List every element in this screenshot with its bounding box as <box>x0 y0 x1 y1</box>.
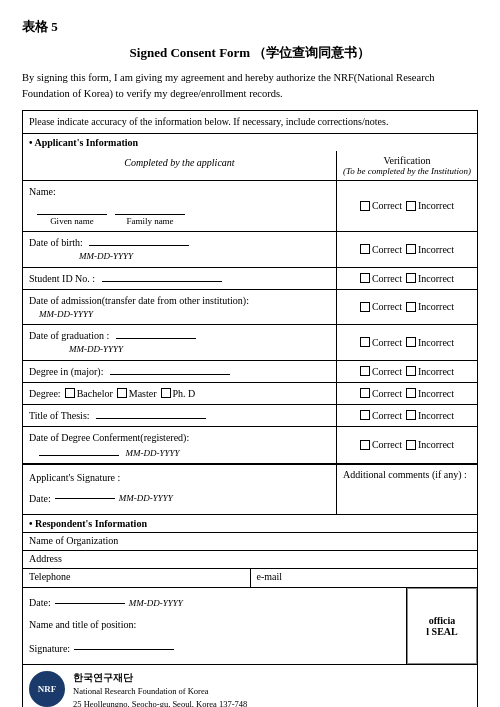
incorrect-box-sid[interactable] <box>406 273 416 283</box>
family-name-field: Family name <box>115 201 185 229</box>
correct-checkbox-thesis[interactable]: Correct <box>360 410 402 421</box>
given-name-field: Given name <box>37 201 107 229</box>
correct-box-degree[interactable] <box>360 388 370 398</box>
incorrect-box-dob[interactable] <box>406 244 416 254</box>
incorrect-box-thesis[interactable] <box>406 410 416 420</box>
phd-checkbox[interactable]: Ph. D <box>161 386 196 401</box>
correct-box-grad[interactable] <box>360 337 370 347</box>
bottom-sig-line <box>74 649 174 650</box>
row-left-name: Name: Given name Family name <box>23 181 337 232</box>
correct-box-conferment[interactable] <box>360 440 370 450</box>
correct-checkbox-conferment[interactable]: Correct <box>360 439 402 450</box>
incorrect-box-conferment[interactable] <box>406 440 416 450</box>
correct-checkbox-sid[interactable]: Correct <box>360 273 402 284</box>
major-label: Degree in (major): <box>29 366 103 377</box>
incorrect-box-major[interactable] <box>406 366 416 376</box>
sig-label: Applicant's Signature : <box>29 469 330 486</box>
row-right-graduation: Correct Incorrect <box>337 325 477 360</box>
thesis-label: Title of Thesis: <box>29 410 90 421</box>
bachelor-checkbox[interactable]: Bachelor <box>65 386 113 401</box>
official-seal-line1: officia <box>429 615 456 626</box>
admission-label: Date of admission(transfer date from oth… <box>29 295 249 306</box>
correct-label-dob: Correct <box>372 244 402 255</box>
form-row-dob: Date of birth: MM-DD-YYYY Correct Incorr… <box>23 232 477 268</box>
incorrect-checkbox-grad[interactable]: Incorrect <box>406 337 454 348</box>
incorrect-box-name[interactable] <box>406 201 416 211</box>
respondent-header: • Respondent's Information <box>23 515 477 533</box>
nrf-address: 25 Heolleungno, Seocho-gu, Seoul, Korea … <box>73 698 247 707</box>
nrf-org-en: National Research Foundation of Korea <box>73 685 247 698</box>
correct-label-degree: Correct <box>372 388 402 399</box>
bottom-left: Date: MM-DD-YYYY Name and title of posit… <box>23 588 407 664</box>
date-format: MM-DD-YYYY <box>119 491 173 506</box>
bottom-position-row: Name and title of position: <box>29 616 400 634</box>
incorrect-box-degree[interactable] <box>406 388 416 398</box>
correct-box-thesis[interactable] <box>360 410 370 420</box>
incorrect-box-admission[interactable] <box>406 302 416 312</box>
form-title: Signed Consent Form （学位查询同意书） <box>22 44 478 62</box>
resp-email: e-mail <box>251 569 478 587</box>
master-checkbox[interactable]: Master <box>117 386 157 401</box>
form-row-admission: Date of admission(transfer date from oth… <box>23 290 477 326</box>
row-left-degree: Degree: Bachelor Master Ph. D <box>23 383 337 404</box>
correct-checkbox-name[interactable]: Correct <box>360 200 402 211</box>
row-left-major: Degree in (major): <box>23 361 337 382</box>
incorrect-checkbox-admission[interactable]: Incorrect <box>406 301 454 312</box>
row-left-conferment: Date of Degree Conferment(registered): M… <box>23 427 337 464</box>
note-row: Please indicate accuracy of the informat… <box>23 111 477 134</box>
incorrect-checkbox-dob[interactable]: Incorrect <box>406 244 454 255</box>
date-label: Date: <box>29 490 51 507</box>
bachelor-box[interactable] <box>65 388 75 398</box>
phd-label: Ph. D <box>173 386 196 401</box>
thesis-line <box>96 418 206 419</box>
incorrect-label-thesis: Incorrect <box>418 410 454 421</box>
bottom-date-line <box>55 603 125 604</box>
graduation-line <box>116 338 196 339</box>
incorrect-checkbox-sid[interactable]: Incorrect <box>406 273 454 284</box>
degree-label: Degree: <box>29 386 61 401</box>
nrf-section: NRF 한국연구재단 National Research Foundation … <box>23 664 477 707</box>
master-box[interactable] <box>117 388 127 398</box>
correct-label-conferment: Correct <box>372 439 402 450</box>
incorrect-box-grad[interactable] <box>406 337 416 347</box>
incorrect-checkbox-thesis[interactable]: Incorrect <box>406 410 454 421</box>
conferment-label: Date of Degree Conferment(registered): <box>29 432 189 443</box>
correct-label-major: Correct <box>372 366 402 377</box>
correct-box-admission[interactable] <box>360 302 370 312</box>
correct-checkbox-major[interactable]: Correct <box>360 366 402 377</box>
name-fields: Given name Family name <box>37 201 330 229</box>
page-title: 表格 5 <box>22 18 478 36</box>
correct-checkbox-dob[interactable]: Correct <box>360 244 402 255</box>
nrf-logo: NRF <box>29 671 65 707</box>
correct-box-dob[interactable] <box>360 244 370 254</box>
bottom-date-format: MM-DD-YYYY <box>129 595 183 611</box>
phd-box[interactable] <box>161 388 171 398</box>
correct-checkbox-grad[interactable]: Correct <box>360 337 402 348</box>
row-right-sid: Correct Incorrect <box>337 268 477 289</box>
col-applicant-header: Completed by the applicant <box>23 151 337 180</box>
incorrect-checkbox-major[interactable]: Incorrect <box>406 366 454 377</box>
correct-box-major[interactable] <box>360 366 370 376</box>
incorrect-checkbox-degree[interactable]: Incorrect <box>406 388 454 399</box>
correct-checkbox-degree[interactable]: Correct <box>360 388 402 399</box>
correct-box-name[interactable] <box>360 201 370 211</box>
official-seal-box: officia l SEAL <box>407 588 477 664</box>
correct-checkbox-admission[interactable]: Correct <box>360 301 402 312</box>
resp-row-org: Name of Organization <box>23 533 477 551</box>
form-row-degree: Degree: Bachelor Master Ph. D Correct <box>23 383 477 405</box>
correct-box-sid[interactable] <box>360 273 370 283</box>
incorrect-checkbox-conferment[interactable]: Incorrect <box>406 439 454 450</box>
dob-format: MM-DD-YYYY <box>79 250 330 264</box>
add-right: Additional comments (if any) : <box>337 465 477 514</box>
resp-telephone: Telephone <box>23 569 251 587</box>
incorrect-checkbox-name[interactable]: Incorrect <box>406 200 454 211</box>
bachelor-label: Bachelor <box>77 386 113 401</box>
date-row: Date: MM-DD-YYYY <box>29 490 330 507</box>
form-row-conferment: Date of Degree Conferment(registered): M… <box>23 427 477 465</box>
bottom-date-row: Date: MM-DD-YYYY <box>29 594 400 612</box>
table-header: Completed by the applicant Verification … <box>23 151 477 181</box>
row-right-dob: Correct Incorrect <box>337 232 477 267</box>
correct-label-admission: Correct <box>372 301 402 312</box>
row-right-name: Correct Incorrect <box>337 181 477 232</box>
row-left-dob: Date of birth: MM-DD-YYYY <box>23 232 337 267</box>
